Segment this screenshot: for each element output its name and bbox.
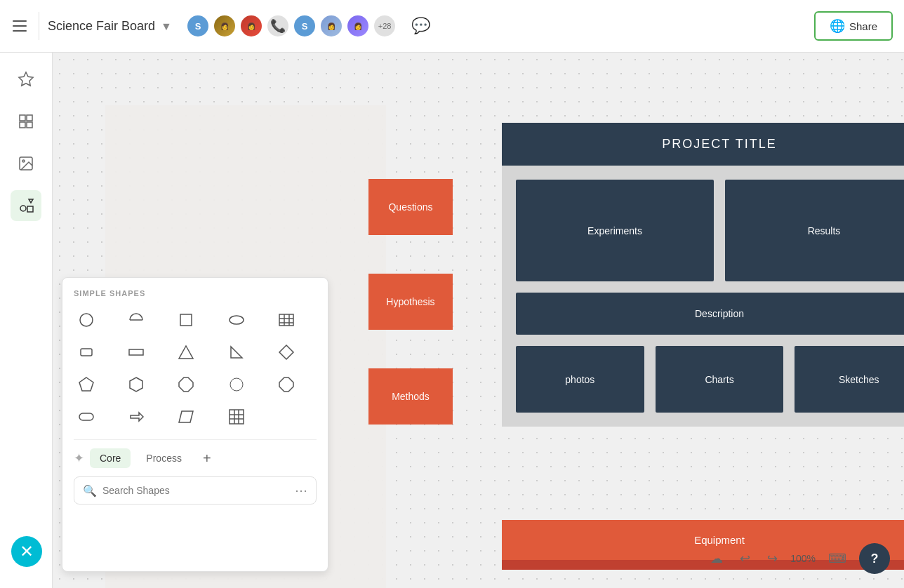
undo-button[interactable]: ↩: [736, 547, 755, 570]
star-icon: [19, 72, 33, 86]
shape-tabs: ✦ Core Process +: [74, 439, 317, 468]
sidebar-templates-icon[interactable]: [11, 64, 41, 95]
close-fab-button[interactable]: ✕: [11, 536, 42, 567]
svg-marker-13: [279, 345, 293, 359]
methods-label: Methods: [392, 391, 430, 402]
svg-point-17: [230, 378, 243, 391]
avatar-3[interactable]: 👩: [239, 14, 263, 38]
tab-process[interactable]: Process: [136, 448, 192, 468]
svg-rect-19: [79, 413, 93, 420]
results-label: Results: [808, 225, 841, 236]
project-title-text: PROJECT TITLE: [662, 137, 776, 151]
avatar-5[interactable]: S: [293, 14, 317, 38]
zoom-level: 100%: [790, 553, 816, 564]
sidebar-grid-icon[interactable]: [11, 106, 41, 137]
svg-rect-22: [230, 410, 244, 424]
shape-rect-rounded[interactable]: [74, 340, 99, 365]
svg-marker-16: [179, 377, 193, 392]
search-bar[interactable]: 🔍 ⋯: [74, 476, 317, 505]
side-item-hypothesis[interactable]: Hypothesis: [368, 274, 453, 330]
svg-point-0: [80, 314, 93, 326]
grid-tr: [27, 115, 32, 121]
card-experiments[interactable]: Experiments: [516, 180, 714, 281]
title-dropdown-icon[interactable]: ▼: [161, 20, 172, 32]
shape-square[interactable]: [173, 307, 199, 333]
card-sketches[interactable]: Sketches: [795, 346, 904, 413]
help-button[interactable]: ?: [859, 543, 890, 574]
avatar-more[interactable]: +28: [373, 14, 397, 38]
cloud-icon: ☁: [710, 552, 723, 566]
close-icon: ✕: [20, 542, 34, 561]
svg-marker-15: [130, 377, 142, 392]
title-area: Science Fair Board ▼: [48, 19, 172, 34]
card-charts[interactable]: Charts: [656, 346, 784, 413]
grid-br: [27, 122, 32, 128]
search-input[interactable]: [102, 485, 289, 496]
hamburger-line-2: [13, 25, 27, 27]
keyboard-button[interactable]: ⌨: [824, 547, 851, 570]
shape-octagon[interactable]: [274, 372, 299, 397]
search-icon: 🔍: [83, 484, 97, 497]
help-icon: ?: [871, 552, 879, 566]
globe-icon: 🌐: [830, 18, 845, 34]
sidebar-image-icon[interactable]: [11, 148, 41, 179]
shapes-panel: SIMPLE SHAPES: [62, 277, 328, 572]
shapes-section-label: SIMPLE SHAPES: [74, 289, 317, 298]
image-mountain: [21, 162, 32, 170]
shape-arrow-right[interactable]: [124, 404, 149, 429]
project-title-bar: PROJECT TITLE: [502, 123, 904, 166]
shape-pentagon[interactable]: [74, 372, 99, 397]
svg-marker-14: [79, 377, 93, 391]
cloud-save-button[interactable]: ☁: [706, 547, 727, 570]
redo-button[interactable]: ↪: [763, 547, 782, 570]
shape-parallelogram[interactable]: [173, 404, 199, 429]
image-circle: [22, 160, 25, 162]
svg-marker-12: [231, 347, 242, 358]
tab-core[interactable]: Core: [90, 448, 131, 468]
shape-oval[interactable]: [224, 307, 249, 333]
avatar-1[interactable]: S: [186, 14, 210, 38]
svg-rect-2: [180, 314, 192, 326]
menu-button[interactable]: [11, 12, 39, 40]
avatar-7[interactable]: 👩: [346, 14, 370, 38]
shape-diamond[interactable]: [274, 340, 299, 365]
chat-button[interactable]: 💬: [408, 13, 433, 39]
svg-rect-9: [81, 349, 92, 356]
side-item-methods[interactable]: Methods: [368, 368, 453, 425]
svg-marker-20: [131, 413, 143, 421]
shapes-rect: [27, 206, 33, 212]
description-label: Description: [695, 308, 744, 319]
shape-half-circle[interactable]: [124, 307, 149, 333]
avatar-6[interactable]: 👩: [319, 14, 343, 38]
add-tab-button[interactable]: +: [197, 448, 217, 468]
svg-rect-4: [279, 314, 293, 326]
hamburger-line-1: [13, 20, 27, 22]
share-button[interactable]: 🌐 Share: [814, 11, 893, 41]
shape-table[interactable]: [274, 307, 299, 333]
shape-stadium[interactable]: [74, 404, 99, 429]
sidebar-shapes-icon[interactable]: [11, 190, 41, 221]
questions-label: Questions: [388, 201, 432, 213]
avatar-phone[interactable]: 📞: [266, 14, 290, 38]
card-results[interactable]: Results: [725, 180, 904, 281]
shape-right-triangle[interactable]: [224, 340, 249, 365]
svg-marker-21: [179, 411, 193, 422]
card-description[interactable]: Description: [516, 293, 904, 335]
shape-hexagon[interactable]: [124, 372, 149, 397]
board-row-2: Description: [516, 293, 904, 335]
more-options-icon[interactable]: ⋯: [295, 483, 307, 498]
shape-circle[interactable]: [74, 307, 99, 333]
card-photos[interactable]: photos: [516, 346, 644, 413]
share-label: Share: [849, 20, 877, 32]
avatar-2[interactable]: 👩: [213, 14, 237, 38]
keyboard-icon: ⌨: [828, 552, 846, 566]
shape-grid-small[interactable]: [224, 404, 249, 429]
favorites-icon[interactable]: ✦: [74, 450, 84, 466]
redo-icon: ↪: [767, 552, 778, 566]
shape-circle-outline[interactable]: [224, 372, 249, 397]
svg-rect-10: [129, 349, 143, 355]
side-item-questions[interactable]: Questions: [368, 179, 453, 235]
shape-triangle[interactable]: [173, 340, 199, 365]
shape-octagon-light[interactable]: [173, 372, 199, 397]
shape-rect-wide[interactable]: [124, 340, 149, 365]
